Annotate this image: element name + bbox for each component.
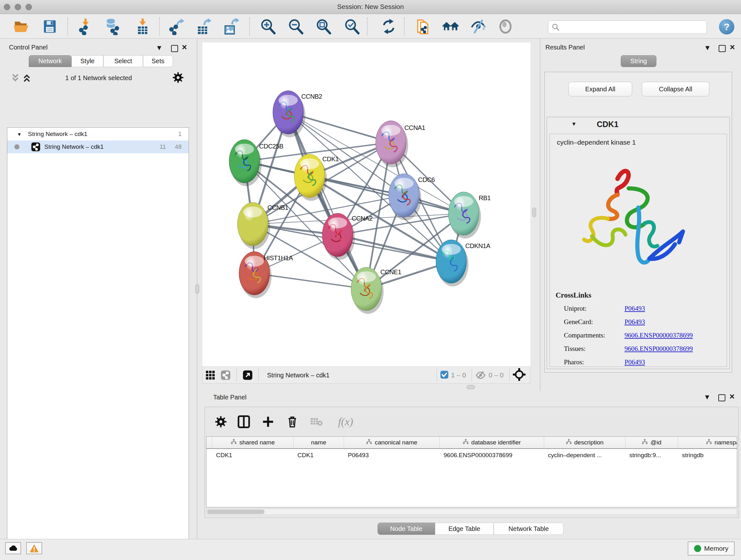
column-header-shared-name[interactable]: shared name — [212, 437, 293, 448]
delete-table-icon[interactable] — [308, 414, 325, 430]
splitter-handle[interactable] — [532, 207, 536, 217]
column-header--id[interactable]: @id — [625, 437, 678, 448]
collapse-all-button[interactable]: Collapse All — [642, 82, 710, 97]
column-header-canonical-name[interactable]: canonical name — [344, 437, 440, 448]
table-settings-gear-icon[interactable] — [212, 414, 229, 430]
network-edge[interactable] — [288, 112, 366, 289]
export-image-icon[interactable] — [221, 17, 241, 37]
splitter-handle[interactable] — [195, 284, 199, 294]
column-type-icon — [566, 439, 572, 446]
show-all-icon[interactable] — [495, 17, 515, 37]
search-input[interactable] — [548, 20, 707, 34]
memory-button[interactable]: Memory — [688, 542, 735, 556]
export-network-icon[interactable] — [166, 17, 186, 37]
network-thumbnail-icon[interactable] — [218, 365, 233, 385]
column-label: canonical name — [375, 439, 417, 446]
expand-all-button[interactable]: Expand All — [568, 82, 632, 97]
delete-column-icon[interactable] — [284, 414, 300, 430]
network-node-ccnb1[interactable] — [238, 202, 270, 249]
float-panel-icon[interactable] — [718, 394, 725, 401]
tab-sets[interactable]: Sets — [143, 55, 173, 67]
table-cell[interactable]: CDK1 — [212, 452, 293, 459]
export-table-icon[interactable] — [194, 17, 213, 37]
column-header-namespace[interactable]: namespace — [678, 437, 737, 448]
zoom-out-icon[interactable] — [286, 17, 306, 37]
float-panel-icon[interactable] — [171, 45, 178, 52]
table-cell[interactable]: stringdb:9... — [625, 452, 678, 459]
panel-menu-icon[interactable]: ▼ — [704, 393, 711, 401]
tab-style[interactable]: Style — [71, 55, 104, 67]
network-collection-row[interactable]: ▼ String Network – cdk1 1 — [7, 128, 189, 140]
node-table[interactable]: shared namenamecanonical namedatabase id… — [206, 436, 737, 507]
crosslink-link[interactable]: P06493 — [624, 318, 645, 326]
window-title: Session: New Session — [0, 3, 741, 10]
close-panel-icon[interactable]: × — [182, 43, 187, 52]
network-node-cdkn1a[interactable] — [436, 240, 468, 287]
table-cell[interactable]: CDK1 — [293, 452, 344, 459]
close-panel-icon[interactable]: × — [730, 43, 735, 52]
column-header-name[interactable]: name — [293, 437, 344, 448]
table-horizontal-scrollbar[interactable] — [206, 509, 737, 515]
copy-network-icon[interactable] — [414, 17, 433, 37]
add-column-icon[interactable] — [260, 414, 276, 430]
zoom-selected-icon[interactable] — [342, 17, 362, 37]
network-node-ccne1[interactable] — [351, 267, 384, 314]
tab-node-table[interactable]: Node Table — [378, 523, 435, 535]
network-node-cdc6[interactable] — [389, 174, 421, 220]
warning-status-button[interactable] — [26, 542, 42, 554]
table-body: CDK1CDK1P064939606.ENSP00000378699cyclin… — [206, 449, 737, 462]
tab-network-table[interactable]: Network Table — [494, 523, 563, 535]
float-panel-icon[interactable] — [719, 45, 726, 52]
tab-edge-table[interactable]: Edge Table — [435, 523, 494, 535]
zoom-fit-icon[interactable] — [314, 17, 333, 37]
crosslink-link[interactable]: 9606.ENSP00000378699 — [624, 331, 693, 339]
import-network-database-icon[interactable] — [104, 17, 123, 37]
close-panel-icon[interactable]: × — [730, 392, 735, 401]
crosslink-link[interactable]: 9606.ENSP00000378699 — [624, 345, 693, 353]
network-node-ccna2[interactable] — [322, 213, 355, 260]
network-view-canvas[interactable]: CCNB2CCNA1CDC25BCDK1CDC6RB1CCNB1CCNA2CDK… — [202, 43, 530, 367]
table-cell[interactable]: 9606.ENSP00000378699 — [440, 452, 544, 459]
zoom-in-icon[interactable] — [258, 17, 278, 37]
crosslink-link[interactable]: P06493 — [624, 305, 645, 313]
panel-menu-icon[interactable]: ▼ — [704, 44, 711, 52]
panel-menu-icon[interactable]: ▼ — [156, 44, 163, 52]
network-graph[interactable]: CCNB2CCNA1CDC25BCDK1CDC6RB1CCNB1CCNA2CDK… — [202, 43, 530, 367]
split-view-icon[interactable] — [235, 414, 252, 430]
network-node-rb1[interactable] — [448, 192, 481, 239]
network-options-gear-icon[interactable] — [172, 72, 184, 84]
help-button[interactable]: ? — [719, 19, 734, 35]
column-header-database-identifier[interactable]: database identifier — [440, 437, 544, 448]
tab-string[interactable]: String — [621, 55, 657, 67]
hide-selection-icon[interactable] — [468, 17, 488, 37]
refresh-icon[interactable] — [379, 17, 399, 37]
crosslink-link[interactable]: P06493 — [624, 358, 645, 366]
tab-network[interactable]: Network — [29, 55, 71, 67]
network-row[interactable]: String Network – cdk1 11 48 — [7, 140, 189, 153]
selected-checkbox-icon[interactable] — [440, 370, 449, 380]
import-network-icon[interactable] — [76, 17, 95, 37]
open-file-icon[interactable] — [11, 17, 31, 37]
splitter-handle[interactable] — [467, 385, 475, 389]
grid-view-icon[interactable] — [203, 365, 218, 385]
table-cell[interactable]: stringdb — [678, 452, 737, 459]
title-bar: Session: New Session — [0, 0, 741, 14]
import-table-icon[interactable] — [133, 17, 152, 37]
collection-expand-icon[interactable]: ▼ — [17, 132, 22, 137]
detach-view-icon[interactable] — [240, 365, 255, 385]
table-cell[interactable]: cyclin–dependent ... — [544, 452, 625, 459]
hidden-eye-icon[interactable] — [475, 370, 486, 381]
function-builder-icon[interactable]: f(x) — [331, 414, 360, 430]
birds-eye-view-icon[interactable] — [513, 368, 526, 382]
column-type-icon — [706, 439, 712, 446]
scrollbar-thumb[interactable] — [207, 509, 265, 514]
save-session-icon[interactable] — [40, 17, 60, 37]
column-header-description[interactable]: description — [544, 437, 625, 448]
section-collapse-icon[interactable]: ▼ — [571, 121, 577, 127]
table-cell[interactable]: P06493 — [344, 452, 440, 459]
table-row[interactable]: CDK1CDK1P064939606.ENSP00000378699cyclin… — [206, 449, 737, 462]
tab-select[interactable]: Select — [104, 55, 143, 67]
cloud-status-button[interactable] — [5, 542, 21, 554]
first-neighbors-icon[interactable] — [441, 17, 461, 37]
network-node-ccnb2[interactable] — [273, 91, 306, 137]
